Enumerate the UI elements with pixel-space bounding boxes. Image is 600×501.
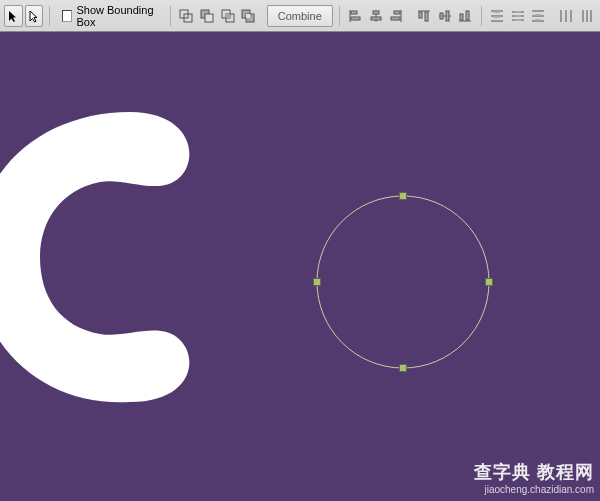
anchor-handle-left[interactable] [314,279,321,286]
svg-rect-24 [446,11,449,21]
svg-rect-42 [535,14,541,16]
anchor-handle-bottom[interactable] [400,365,407,372]
svg-rect-6 [226,14,230,18]
circle-outline [317,196,489,368]
path-exclude-icon[interactable] [239,5,258,27]
anchor-handle-right[interactable] [486,279,493,286]
toolbar-separator [49,6,50,26]
path-subtract-icon[interactable] [198,5,217,27]
svg-rect-12 [351,17,360,20]
svg-rect-20 [419,12,422,18]
svg-rect-38 [515,19,521,21]
svg-rect-26 [460,14,463,20]
toolbar-separator [481,6,482,26]
align-vertical-centers-icon[interactable] [435,5,454,27]
svg-rect-23 [440,13,443,19]
distribute-top-icon[interactable] [488,5,507,27]
selection-tool-icon[interactable] [4,5,23,27]
svg-rect-31 [494,11,500,13]
show-bounding-box-checkbox[interactable]: Show Bounding Box [56,5,164,27]
distribute-vertical-centers-icon[interactable] [508,5,527,27]
watermark-url: jiaocheng.chazidian.com [474,484,594,495]
combine-button[interactable]: Combine [267,5,333,27]
toolbar-separator [339,6,340,26]
svg-rect-32 [494,16,500,18]
toolbar-separator [170,6,171,26]
checkbox-label: Show Bounding Box [76,4,158,28]
checkbox-box [62,10,72,22]
svg-rect-9 [246,14,250,18]
svg-rect-17 [394,11,400,14]
svg-rect-37 [515,15,521,17]
align-top-edges-icon[interactable] [415,5,434,27]
svg-rect-18 [391,17,400,20]
document-canvas[interactable]: 查字典 教程网 jiaocheng.chazidian.com [0,32,600,501]
svg-rect-43 [535,19,541,21]
watermark: 查字典 教程网 jiaocheng.chazidian.com [474,460,594,495]
align-left-edges-icon[interactable] [346,5,365,27]
anchor-handle-top[interactable] [400,193,407,200]
align-right-edges-icon[interactable] [387,5,406,27]
path-intersect-icon[interactable] [218,5,237,27]
svg-rect-21 [425,12,428,21]
combine-button-label: Combine [278,10,322,22]
svg-rect-27 [466,11,469,20]
svg-rect-3 [205,14,213,22]
align-bottom-edges-icon[interactable] [456,5,475,27]
selected-circle-path[interactable] [313,192,493,372]
letter-c-shape[interactable] [0,102,220,412]
distribute-left-icon[interactable] [557,5,576,27]
distribute-bottom-icon[interactable] [529,5,548,27]
svg-rect-14 [373,11,379,14]
svg-rect-15 [371,17,381,20]
svg-rect-36 [515,11,521,13]
options-toolbar: Show Bounding Box Combine [0,0,600,32]
path-union-icon[interactable] [177,5,196,27]
distribute-horizontal-centers-icon[interactable] [577,5,596,27]
direct-selection-tool-icon[interactable] [25,5,44,27]
watermark-title: 查字典 教程网 [474,460,594,484]
align-horizontal-centers-icon[interactable] [366,5,385,27]
svg-rect-11 [351,11,357,14]
